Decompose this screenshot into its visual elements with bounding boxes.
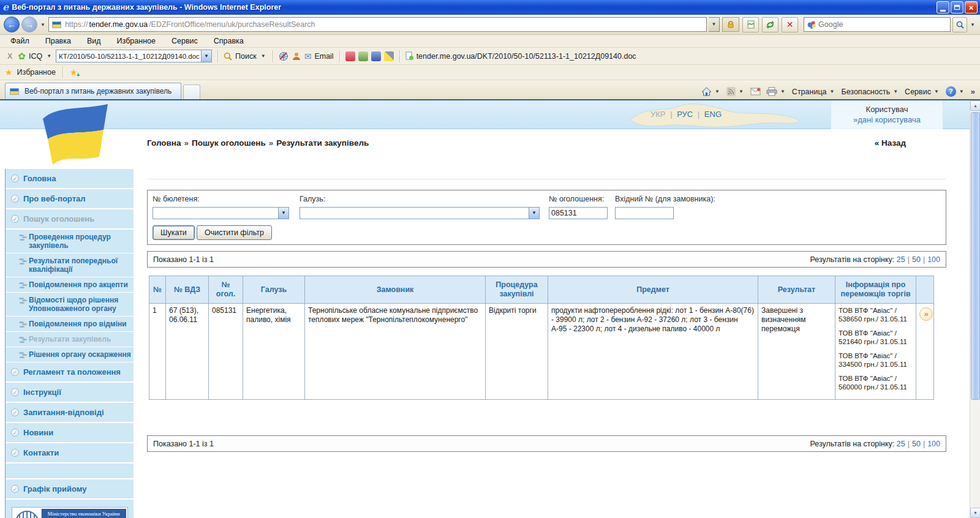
refresh-button[interactable] [762,17,778,32]
search-go-button[interactable] [952,17,967,32]
industry-select[interactable]: ▼ [300,207,540,219]
icq-dropdown-icon[interactable]: ▼ [47,53,51,59]
per-page-25[interactable]: 25 [897,440,905,448]
toolbar-close-button[interactable]: X [5,52,15,61]
combobox-dropdown-icon[interactable]: ▼ [201,50,211,62]
mobile-icon[interactable] [371,51,381,61]
tab-active[interactable]: Веб-портал з питань державних закупівель [5,83,181,99]
back-page-link[interactable]: « Назад [875,138,906,148]
dots-icon [19,282,24,284]
tools-menu[interactable]: Сервис▼ [905,88,940,96]
icq-label[interactable]: ICQ [29,52,42,61]
sidebar-sub-purchase-results[interactable]: Результати закупівель [6,332,134,347]
history-dropdown-icon[interactable]: ▼ [40,22,45,28]
sidebar-sub-accepts[interactable]: Повідомлення про акцепти [6,277,134,293]
sidebar-item-search-announcements[interactable]: ✓Пошук оголошень [6,209,134,230]
search-options-dropdown-icon[interactable]: ▼ [970,22,975,28]
document-combobox[interactable]: КТ/2010/50-10/52113-1-1_10212Д09140.doc … [56,50,212,62]
sidebar-item-reception-schedule[interactable]: ✓Графік прийому [6,479,134,500]
sidebar-sub-appeals[interactable]: Рішення органу оскарження [6,347,134,362]
breadcrumb-current: Результати закупівель [276,138,369,148]
menu-help[interactable]: Справка [206,37,252,45]
sidebar-sub-authority-decisions[interactable]: Відомості щодо рішення Уповноваженого ор… [6,293,134,317]
sidebar-item-regulations[interactable]: ✓Регламент та положення [6,362,134,383]
flashlight-icon[interactable] [384,51,394,61]
close-button[interactable]: × [965,1,978,13]
sidebar-item-about[interactable]: ✓Про веб-портал [6,189,134,209]
url-field[interactable]: https:// tender.me.gov.ua /EDZFrontOffic… [48,17,707,32]
feeds-button[interactable]: ▼ [726,87,745,96]
clear-filter-button[interactable]: Очистити фільтр [197,225,272,240]
per-page-50[interactable]: 50 [912,440,921,448]
menu-view[interactable]: Вид [79,37,109,45]
open-details-button[interactable]: » [919,307,933,321]
toolbar-search-dropdown-icon[interactable]: ▼ [261,53,266,59]
lang-eng[interactable]: ENG [704,110,722,119]
breadcrumb-search[interactable]: Пошук оголошень [192,138,266,148]
sidebar-item-news[interactable]: ✓Новини [6,423,134,443]
scroll-up-button[interactable]: ▲ [970,100,980,111]
restore-button[interactable] [951,1,963,13]
col-num: № [149,276,166,304]
sidebar-sub-procedures[interactable]: Проведення процедур закупівель [6,230,134,253]
feeds-dropdown-icon[interactable]: ▼ [739,89,744,94]
sidebar-item-instructions[interactable]: ✓Інструкції [6,383,134,403]
search-input[interactable] [818,20,948,29]
safety-menu[interactable]: Безопасность▼ [841,88,899,96]
menu-tools[interactable]: Сервис [164,37,206,45]
print-button[interactable]: ▼ [766,87,786,96]
compatibility-view-button[interactable] [742,17,759,32]
read-mail-icon[interactable] [750,88,761,96]
sidebar-item-contacts[interactable]: ✓Контакти [6,443,134,464]
bulletin-select[interactable]: ▼ [153,207,289,219]
document-link[interactable]: tender.me.gov.ua/DKT/2010/50-10/52113-1-… [417,52,636,61]
url-dropdown-button[interactable]: ▼ [709,17,720,32]
per-page-25[interactable]: 25 [897,255,905,264]
announcement-number-input[interactable] [549,207,608,219]
lang-rus[interactable]: РУС [677,110,693,119]
col-vdz: № ВДЗ [166,276,209,304]
per-page-50[interactable]: 50 [912,255,921,264]
new-tab-stub[interactable] [183,84,200,99]
toolbar-overflow-chevron[interactable]: » [971,87,975,96]
contact-person-icon[interactable] [292,51,301,61]
help-menu[interactable]: ?▼ [946,86,965,97]
email-envelope-icon: ✉ [304,51,312,61]
per-page-100[interactable]: 100 [927,440,940,448]
email-button[interactable]: Email [314,52,333,61]
breadcrumb-home[interactable]: Головна [147,138,181,148]
sidebar-item-label: Головна [23,174,56,183]
menu-edit[interactable]: Правка [37,37,79,45]
stop-button[interactable]: ✕ [782,17,798,32]
favorites-button[interactable]: Избранное [17,68,56,77]
forward-button[interactable]: → [21,17,37,32]
minimize-button[interactable] [937,1,949,13]
print-dropdown-icon[interactable]: ▼ [780,89,785,94]
sidebar-sub-prequalification[interactable]: Результати попередньої кваліфікації [6,253,134,277]
home-dropdown-icon[interactable]: ▼ [715,89,720,94]
menu-file[interactable]: Файл [2,37,37,45]
sidebar-item-faq[interactable]: ✓Запитання-відповіді [6,403,134,423]
xtraz-icon[interactable] [345,51,355,61]
globe-icon[interactable] [279,51,288,61]
ssl-lock-icon[interactable] [722,17,739,32]
page-dropdown-icon: ▼ [830,89,835,94]
user-data-link[interactable]: »дані користувача [831,114,943,125]
per-page-100[interactable]: 100 [927,255,940,264]
page-menu[interactable]: Страница▼ [792,88,836,96]
dots-icon [19,337,24,339]
scroll-down-button[interactable]: ▼ [970,508,980,518]
camera-icon[interactable] [358,51,368,61]
toolbar-search-button[interactable]: Поиск [235,52,257,61]
lang-ukr[interactable]: УКР [650,110,666,119]
sidebar-item-home[interactable]: ✓Головна [6,169,134,189]
add-favorite-icon[interactable]: ★ [70,67,78,77]
home-button[interactable]: ▼ [701,87,721,96]
vertical-scrollbar[interactable]: ▲ ▼ [970,100,980,518]
back-button[interactable]: ← [4,17,20,32]
menu-favorites[interactable]: Избранное [109,37,164,45]
incoming-number-input[interactable] [615,207,674,219]
search-button[interactable]: Шукати [153,225,195,240]
sidebar-sub-cancellations[interactable]: Повідомлення про відміни [6,317,134,332]
scrollbar-thumb[interactable] [971,112,980,400]
